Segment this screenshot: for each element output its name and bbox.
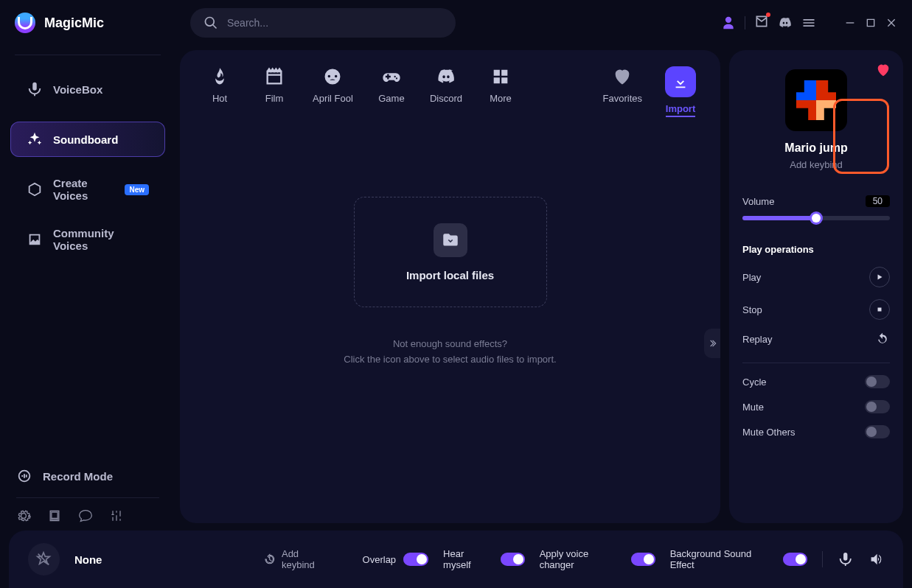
- footer-keybind-label: Add keybind: [282, 548, 333, 570]
- search-input[interactable]: [227, 17, 442, 29]
- clown-icon: [322, 66, 343, 87]
- sidebar-item-soundboard[interactable]: Soundboard: [10, 122, 165, 157]
- star-slash-icon: [35, 551, 52, 567]
- category-label: April Fool: [313, 93, 353, 104]
- overlap-label: Overlap: [363, 554, 397, 565]
- cube-icon: [27, 181, 43, 197]
- film-icon: [264, 66, 285, 87]
- stop-button[interactable]: [869, 299, 890, 320]
- mute-others-label: Mute Others: [742, 427, 796, 438]
- volume-value: 50: [866, 195, 890, 207]
- grid-icon: [490, 66, 511, 87]
- mute-toggle[interactable]: [865, 400, 890, 413]
- separator: [15, 55, 161, 55]
- settings-gear-icon[interactable]: [16, 508, 31, 523]
- sidebar-item-community-voices[interactable]: Community Voices: [10, 222, 165, 257]
- separator: [745, 16, 745, 29]
- category-hot[interactable]: Hot: [203, 66, 236, 104]
- sidebar-item-label: VoiceBox: [53, 83, 102, 96]
- category-favorites[interactable]: Favorites: [603, 66, 642, 104]
- footer-add-keybind[interactable]: Add keybind: [264, 548, 333, 570]
- record-mode-button[interactable]: Record Mode: [16, 461, 159, 491]
- sliders-icon[interactable]: [109, 508, 124, 523]
- sidebar-item-voicebox[interactable]: VoiceBox: [10, 71, 165, 107]
- gamepad-icon: [381, 66, 402, 87]
- chat-icon[interactable]: [78, 508, 93, 523]
- category-import[interactable]: Import: [664, 66, 697, 117]
- stop-icon: [875, 305, 884, 314]
- bg-sound-toggle[interactable]: [783, 553, 807, 566]
- category-more[interactable]: More: [484, 66, 517, 104]
- slider-thumb[interactable]: [812, 214, 821, 223]
- image-icon: [27, 231, 43, 248]
- effect-name: None: [74, 553, 102, 566]
- window-close-icon[interactable]: [885, 17, 897, 29]
- category-label: More: [490, 93, 512, 104]
- replay-label: Replay: [742, 334, 772, 345]
- mic-icon: [27, 81, 43, 97]
- new-badge: New: [125, 184, 149, 195]
- replay-button[interactable]: [875, 332, 890, 346]
- category-discord[interactable]: Discord: [430, 66, 462, 104]
- sound-detail-panel: Mario jump Add keybind Volume 50 Play op…: [729, 50, 903, 523]
- fire-icon: [209, 66, 230, 87]
- mute-others-toggle[interactable]: [865, 425, 890, 438]
- sidebar-item-label: Soundboard: [53, 133, 118, 146]
- category-game[interactable]: Game: [375, 66, 408, 104]
- search-bar[interactable]: [190, 8, 456, 38]
- effect-chip[interactable]: [28, 543, 60, 575]
- footer-bar: None Add keybind Overlap Hear myself App…: [9, 531, 903, 588]
- mute-label: Mute: [742, 402, 764, 413]
- dropzone-title: Import local files: [406, 269, 494, 281]
- apply-voice-changer-label: Apply voice changer: [540, 548, 624, 570]
- bg-sound-label: Background Sound Effect: [670, 548, 776, 570]
- apply-voice-changer-toggle[interactable]: [631, 553, 655, 566]
- window-maximize-icon[interactable]: [865, 17, 877, 29]
- cycle-toggle[interactable]: [865, 375, 890, 388]
- discord-icon[interactable]: [778, 15, 793, 30]
- overlap-toggle[interactable]: [403, 553, 428, 566]
- play-label: Play: [742, 272, 761, 283]
- category-tabs: Hot Film April Fool Game: [180, 50, 720, 125]
- footer-speaker-icon[interactable]: [869, 551, 884, 567]
- favorite-heart-icon[interactable]: [875, 62, 891, 78]
- download-icon: [672, 74, 689, 90]
- history-icon: [264, 553, 276, 565]
- volume-slider[interactable]: [742, 216, 890, 220]
- volume-label: Volume: [742, 196, 774, 207]
- profile-icon[interactable]: [721, 15, 736, 30]
- hear-myself-toggle[interactable]: [501, 553, 525, 566]
- heart-icon: [612, 66, 633, 87]
- category-label: Import: [666, 103, 695, 117]
- category-label: Film: [265, 93, 284, 104]
- category-april-fool[interactable]: April Fool: [313, 66, 353, 104]
- play-ops-title: Play operations: [742, 244, 890, 255]
- sound-thumbnail: [785, 69, 847, 131]
- sidebar-item-create-voices[interactable]: Create Voices New: [10, 172, 165, 207]
- app-name: MagicMic: [44, 15, 104, 31]
- cycle-label: Cycle: [742, 377, 767, 388]
- separator: [822, 551, 823, 567]
- category-film[interactable]: Film: [258, 66, 290, 104]
- collapse-panel-button[interactable]: [704, 329, 720, 358]
- stop-label: Stop: [742, 304, 762, 315]
- content-area: Hot Film April Fool Game: [180, 50, 720, 523]
- footer-mic-icon[interactable]: [838, 551, 853, 567]
- sidebar: VoiceBox Soundboard Create Voices New Co…: [0, 46, 175, 531]
- add-keybind-link[interactable]: Add keybind: [742, 159, 890, 170]
- separator: [16, 497, 159, 498]
- sidebar-item-label: Create Voices: [53, 177, 114, 202]
- play-button[interactable]: [869, 267, 890, 287]
- menu-icon[interactable]: [801, 15, 816, 30]
- import-dropzone[interactable]: Import local files: [354, 197, 547, 307]
- hint-line-2: Click the icon above to select audio fil…: [180, 352, 720, 368]
- category-label: Game: [378, 93, 404, 104]
- hear-myself-label: Hear myself: [443, 548, 492, 570]
- record-mode-label: Record Mode: [43, 470, 113, 483]
- category-label: Discord: [430, 93, 462, 104]
- chevron-right-icon: [707, 338, 717, 349]
- book-icon[interactable]: [47, 508, 62, 523]
- sparkle-icon: [27, 131, 43, 147]
- window-minimize-icon[interactable]: [844, 17, 856, 29]
- play-icon: [875, 273, 884, 281]
